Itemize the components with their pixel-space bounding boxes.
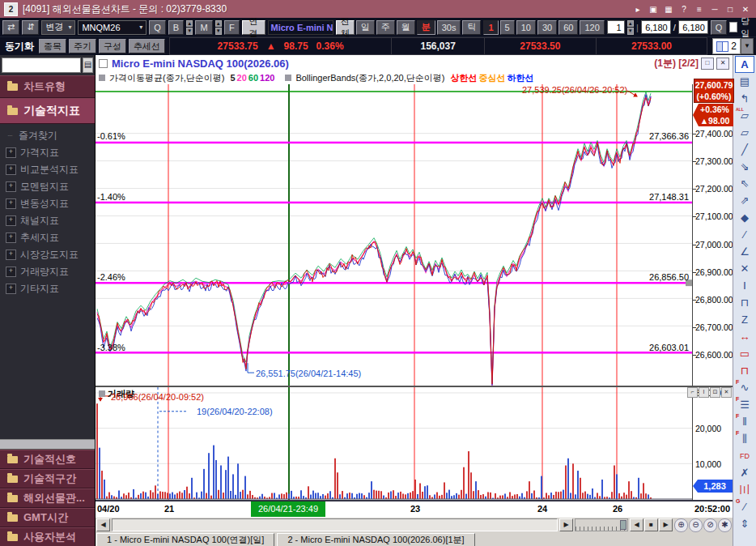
window-control-1[interactable]: ▣ bbox=[647, 3, 660, 15]
sidebar-item-채널지표[interactable]: +채널지표 bbox=[6, 212, 95, 229]
tree-expand-icon[interactable]: + bbox=[6, 250, 16, 260]
sidebar-item-추세지표[interactable]: +추세지표 bbox=[6, 229, 95, 246]
sidebar-item-비교분석지표[interactable]: +비교분석지표 bbox=[6, 161, 95, 178]
volume-mini-button-2[interactable]: ⊡ bbox=[710, 387, 720, 398]
fibo-ext-tool-icon[interactable]: ⫼F bbox=[735, 430, 754, 447]
dock-down-button[interactable]: ⇵ bbox=[22, 20, 39, 35]
x-pattern-tool-icon[interactable]: ✗ bbox=[735, 464, 754, 481]
tree-expand-icon[interactable]: + bbox=[6, 215, 16, 226]
eraser-tool-icon[interactable]: ▱ bbox=[735, 124, 754, 141]
ray-tool-icon[interactable]: ⇖ bbox=[735, 175, 754, 192]
volume-mini-button-3[interactable]: ✕ bbox=[721, 387, 732, 398]
minute-button-5[interactable]: 5 bbox=[500, 20, 515, 35]
extended-line-tool-icon[interactable]: ⇗ bbox=[735, 192, 754, 209]
period-range-tool-icon[interactable]: ⊓ bbox=[735, 362, 754, 379]
minute-button-1[interactable]: 1 bbox=[483, 20, 498, 35]
gann-tool-icon[interactable]: ∕G bbox=[735, 498, 754, 515]
sidebar-item-모멘텀지표[interactable]: +모멘텀지표 bbox=[6, 178, 95, 195]
day-checkbox[interactable] bbox=[729, 22, 737, 32]
period-button-30s[interactable]: 30s bbox=[437, 20, 461, 35]
chart-maximize-button[interactable]: □ bbox=[701, 58, 714, 70]
bars-from-input[interactable]: 6,180 bbox=[641, 20, 671, 34]
chart-checkbox[interactable] bbox=[99, 59, 108, 68]
segment-tool-icon[interactable]: ∕ bbox=[735, 226, 754, 243]
fibo-time-tool-icon[interactable]: ⫴F bbox=[735, 413, 754, 430]
volume-axis[interactable]: ⌐I⊡✕ 1,283 30,00020,00010,000 bbox=[692, 387, 733, 501]
bars-pattern-tool-icon[interactable]: 〣 bbox=[735, 481, 754, 498]
sidebar-item-즐겨찾기[interactable]: ┄즐겨찾기 bbox=[6, 127, 95, 144]
window-control-2[interactable]: ▦ bbox=[662, 3, 675, 15]
search-list-icon[interactable]: ▤ bbox=[83, 58, 93, 73]
sidebar-item-변동성지표[interactable]: +변동성지표 bbox=[6, 195, 95, 212]
transport-button-2[interactable]: ▶ bbox=[659, 518, 673, 531]
scroll-left-button[interactable]: ◀ bbox=[96, 518, 110, 531]
volume-pane[interactable]: 거래량 26,966(26/04/20-09:52) 19(26/04/20-2… bbox=[96, 387, 692, 501]
minute-button-60[interactable]: 60 bbox=[559, 20, 578, 35]
zoom-button-0[interactable]: ⊕ bbox=[674, 518, 688, 532]
scroll-right-button[interactable]: ▶ bbox=[559, 518, 573, 531]
indicator-search-input[interactable] bbox=[2, 58, 81, 73]
layout-dropdown-button[interactable]: ▼ bbox=[741, 38, 754, 54]
period-button-분[interactable]: 분 bbox=[417, 20, 435, 35]
sidebar-header-기술적신호[interactable]: 기술적신호 bbox=[0, 450, 95, 469]
price-axis[interactable]: 27,600.79 (+0.60%) +0.36% ▲98.00 27,400.… bbox=[692, 84, 733, 387]
count-input[interactable]: 1 bbox=[607, 20, 625, 34]
tree-expand-icon[interactable]: + bbox=[6, 181, 16, 192]
period-button-일[interactable]: 일 bbox=[356, 20, 375, 35]
period-button-전체[interactable]: 전체 bbox=[336, 20, 355, 35]
minute-button-10[interactable]: 10 bbox=[516, 20, 536, 35]
chart-tab-2[interactable]: 2 - Micro E-mini NASDAQ 100(2026.06)[1분] bbox=[277, 533, 474, 546]
zoom-slider-handle[interactable] bbox=[620, 520, 626, 530]
transport-button-1[interactable]: ■ bbox=[644, 518, 658, 531]
sidebar-header-GMT시간[interactable]: GMT시간 bbox=[0, 508, 95, 527]
connect-button[interactable]: 연결 bbox=[242, 20, 265, 35]
text-tool-icon[interactable]: A bbox=[735, 56, 754, 73]
sidebar-header-기술적지표[interactable]: 기술적지표 bbox=[0, 98, 95, 124]
volume-mini-button-0[interactable]: ⌐ bbox=[687, 387, 698, 398]
zigzag-tool-icon[interactable]: Z bbox=[735, 311, 754, 328]
period-button-틱[interactable]: 틱 bbox=[462, 20, 481, 35]
undo-tool-icon[interactable]: ↰ bbox=[735, 90, 754, 107]
arrow-mark-tool-icon[interactable]: ↔ bbox=[735, 328, 754, 345]
rect-range-tool-icon[interactable]: ▭ bbox=[735, 345, 754, 362]
zoom-button-3[interactable]: ✱ bbox=[718, 518, 732, 532]
time-axis[interactable]: 04/2021232426 26/04/21-23:49 20:52:00 bbox=[96, 501, 733, 518]
fibo-retrace-tool-icon[interactable]: ☰F bbox=[735, 396, 754, 413]
channel-tool-icon[interactable]: ⊓ bbox=[735, 294, 754, 311]
minute-button-30[interactable]: 30 bbox=[537, 20, 557, 35]
sidebar-header-사용자분석[interactable]: 사용자분석 bbox=[0, 527, 95, 546]
layout-split-button[interactable]: 2 bbox=[712, 38, 741, 54]
erase-all-tool-icon[interactable]: ▱ALL bbox=[735, 107, 754, 124]
m-spinner[interactable]: ▲▼ bbox=[215, 20, 222, 35]
marker-tool-icon[interactable]: ◆ bbox=[735, 209, 754, 226]
sidebar-item-가격지표[interactable]: +가격지표 bbox=[6, 144, 95, 161]
chart-close-button[interactable]: ✕ bbox=[716, 58, 729, 70]
window-control-6[interactable]: □ bbox=[724, 3, 737, 15]
elliott-tool-icon[interactable]: FD bbox=[735, 447, 754, 464]
zoom-slider[interactable] bbox=[575, 518, 628, 531]
window-control-3[interactable]: ? bbox=[677, 3, 690, 15]
price-chart[interactable]: 27,539.25(26/04/26-20:52) 26,551.75(26/0… bbox=[96, 84, 692, 387]
count-spinner[interactable]: ▲▼ bbox=[627, 20, 634, 35]
period-button-주[interactable]: 주 bbox=[376, 20, 395, 35]
zoom-area-button[interactable]: Q bbox=[711, 20, 728, 35]
sidebar-item-기타지표[interactable]: +기타지표 bbox=[6, 280, 95, 297]
tree-expand-icon[interactable]: + bbox=[6, 147, 16, 158]
chart-tab-1[interactable]: 1 - Micro E-mini NASDAQ 100(연결)[일] bbox=[96, 533, 274, 546]
line-tool-icon[interactable]: ╱ bbox=[735, 141, 754, 158]
period-button-월[interactable]: 월 bbox=[397, 20, 415, 35]
cross-line-tool-icon[interactable]: ✕ bbox=[735, 260, 754, 277]
symbol-code-dropdown[interactable]: MNQM26 ▾ bbox=[78, 20, 147, 35]
window-control-4[interactable]: ≡ bbox=[693, 3, 706, 15]
toolbar-button-구성[interactable]: 구성 bbox=[99, 39, 126, 53]
dock-left-button[interactable]: ⇄ bbox=[2, 20, 19, 35]
toolbar-button-주기[interactable]: 주기 bbox=[69, 39, 96, 53]
tree-expand-icon[interactable]: + bbox=[6, 164, 16, 175]
angle-tool-icon[interactable]: ∠ bbox=[735, 243, 754, 260]
zoom-button-2[interactable]: ⊘ bbox=[703, 518, 717, 532]
tree-expand-icon[interactable]: + bbox=[6, 232, 16, 243]
minute-button-120[interactable]: 120 bbox=[580, 20, 604, 35]
sidebar-header-기술적구간[interactable]: 기술적구간 bbox=[0, 469, 95, 488]
window-control-5[interactable]: ─ bbox=[708, 3, 721, 15]
trendline-tool-icon[interactable]: ⇘ bbox=[735, 158, 754, 175]
